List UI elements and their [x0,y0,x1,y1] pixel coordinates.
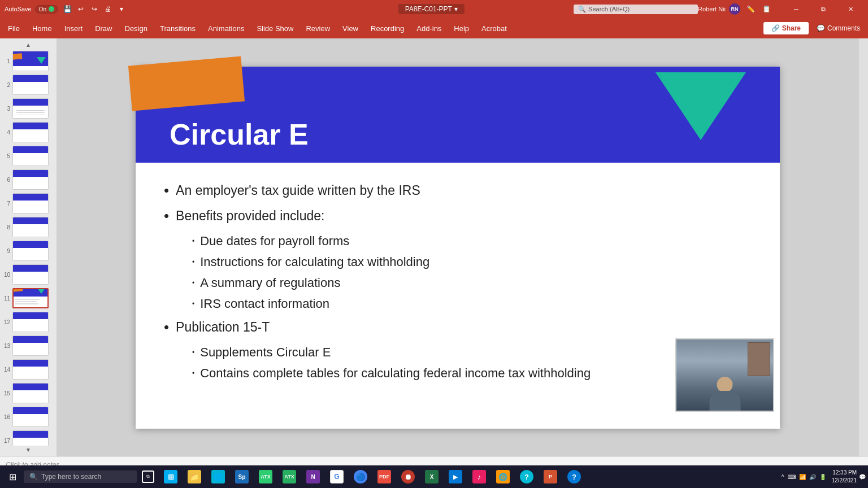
slide-thumb-1[interactable]: 1 [0,49,57,73]
more-icon[interactable]: ▾ [116,3,127,15]
minimize-button[interactable]: ─ [783,0,809,18]
menu-addins[interactable]: Add-ins [411,22,447,35]
slide-thumb-2[interactable]: 2 [0,73,57,97]
app-record[interactable]: ⏺ [397,467,419,487]
pen-icon[interactable]: ✏️ [745,3,756,15]
start-button[interactable]: ⊞ [2,467,23,487]
slide-thumb-4[interactable]: 4 [0,120,57,144]
thumb-img-14 [12,359,49,380]
app-support[interactable]: ? [563,467,585,487]
task-view-button[interactable]: ⧉ [138,467,158,487]
app-video[interactable]: ▶ [444,467,467,487]
right-scrollbar[interactable] [859,38,868,456]
volume-icon[interactable]: 🔊 [809,474,816,480]
slide-thumb-6[interactable]: 6 [0,168,57,191]
menu-acrobat[interactable]: Acrobat [476,22,513,35]
app-browser1[interactable]: 🌐 [207,467,229,487]
slide-thumb-8[interactable]: 8 [0,215,57,239]
save-icon[interactable]: 💾 [62,3,73,15]
app-pdf[interactable]: PDF [373,467,396,487]
ribbon-icon[interactable]: 📋 [761,3,772,15]
bullet-1: • An employer's tax guide written by the… [164,181,752,202]
file-dropdown-icon[interactable]: ▾ [454,5,458,13]
undo-icon[interactable]: ↩ [75,3,86,15]
thumb-img-15 [12,383,49,403]
slide-thumb-15[interactable]: 15 [0,381,57,405]
comments-button[interactable]: 💬 Comments [811,22,866,34]
slide-thumb-17[interactable]: 17 [0,429,57,446]
menu-design[interactable]: Design [119,22,153,35]
share-button[interactable]: 🔗 Share [763,22,809,34]
sys-tray: ^ ⌨ 📶 🔊 🔋 [778,474,830,480]
taskbar-search[interactable]: 🔍 Type here to search [24,470,137,483]
slide-thumb-12[interactable]: 12 [0,310,57,334]
slide-thumb-11[interactable]: 11 [0,286,57,310]
close-button[interactable]: ✕ [837,0,863,18]
app-spellcheck[interactable]: Sp [231,467,253,487]
menu-view[interactable]: View [337,22,364,35]
app-atx1[interactable]: ATX [254,467,277,487]
slide-thumb-14[interactable]: 14 [0,358,57,381]
app-powerpoint[interactable]: P [539,467,562,487]
bullet-3: • Publication 15-T [164,317,752,338]
file-name-text: PA8E-C01-PPT [405,5,452,13]
app-google[interactable]: G [326,467,348,487]
scroll-down-arrow[interactable]: ▼ [0,446,57,454]
menu-help[interactable]: Help [448,22,475,35]
chevron-icon[interactable]: ^ [782,474,784,480]
menu-recording[interactable]: Recording [365,22,410,35]
menu-home[interactable]: Home [27,22,58,35]
slide-thumb-9[interactable]: 9 [0,239,57,263]
canvas-area[interactable]: Circular E • An employer's tax guide wri… [57,38,859,456]
app-help[interactable]: ? [515,467,538,487]
print-icon[interactable]: 🖨 [102,3,114,15]
bullet-2-child-4-dot: • [192,299,194,309]
thumb-img-11 [12,288,49,308]
app-files[interactable]: 📁 [183,467,206,487]
app-spreadsheet[interactable]: X [420,467,443,487]
app-chrome[interactable]: 🔵 [349,467,372,487]
app-atx2[interactable]: ATX [278,467,301,487]
app-music[interactable]: ♪ [468,467,491,487]
network-icon[interactable]: 📶 [799,474,806,480]
menu-transitions[interactable]: Transitions [154,22,201,35]
search-bar[interactable]: 🔍 Search (Alt+Q) [574,5,698,14]
restore-button[interactable]: ⧉ [810,0,836,18]
taskbar-search-text: Type here to search [41,473,101,481]
slide-thumb-10[interactable]: 10 [0,263,57,286]
slide-thumb-13[interactable]: 13 [0,334,57,358]
redo-icon[interactable]: ↪ [89,3,100,15]
user-name: Robert Nii [698,6,726,12]
window-controls: ─ ⧉ ✕ [783,0,863,18]
thumb-img-5 [12,146,49,166]
clock[interactable]: 12:33 PM 12/2/2021 [832,469,857,485]
slide-thumb-3[interactable]: 3 [0,97,57,120]
app-windows[interactable]: ⊞ [159,467,182,487]
notification-icon[interactable]: 💬 [859,474,866,480]
user-info: Robert Nii RN [698,3,740,15]
menu-slideshow[interactable]: Slide Show [251,22,299,35]
menu-file[interactable]: File [2,22,25,35]
bullet-2-child-2: • Instructions for calculating tax withh… [192,252,752,271]
menu-review[interactable]: Review [300,22,336,35]
menu-animations[interactable]: Animations [202,22,250,35]
app-onenote[interactable]: N [302,467,324,487]
file-name[interactable]: PA8E-C01-PPT ▾ [398,4,465,14]
bullet-2-child-1-text: Due dates for payroll forms [200,232,349,250]
slide-thumb-7[interactable]: 7 [0,191,57,215]
search-taskbar-button[interactable]: 🔍 Type here to search [24,467,137,487]
titlebar-left: AutoSave On 💾 ↩ ↪ 🖨 ▾ [5,3,289,15]
user-avatar: RN [729,3,740,15]
slide-container[interactable]: Circular E • An employer's tax guide wri… [136,67,780,429]
thumb-img-3 [12,98,49,119]
bullet-1-dot: • [164,180,169,202]
slide-thumb-5[interactable]: 5 [0,144,57,168]
scroll-up-arrow[interactable]: ▲ [0,41,57,49]
thumb-img-16 [12,407,49,427]
user-initials: RN [731,6,739,12]
menu-draw[interactable]: Draw [89,22,118,35]
menu-insert[interactable]: Insert [59,22,89,35]
slide-thumb-16[interactable]: 16 [0,405,57,429]
autosave-toggle[interactable]: On [35,5,58,14]
app-browser2[interactable]: 🌐 [492,467,514,487]
